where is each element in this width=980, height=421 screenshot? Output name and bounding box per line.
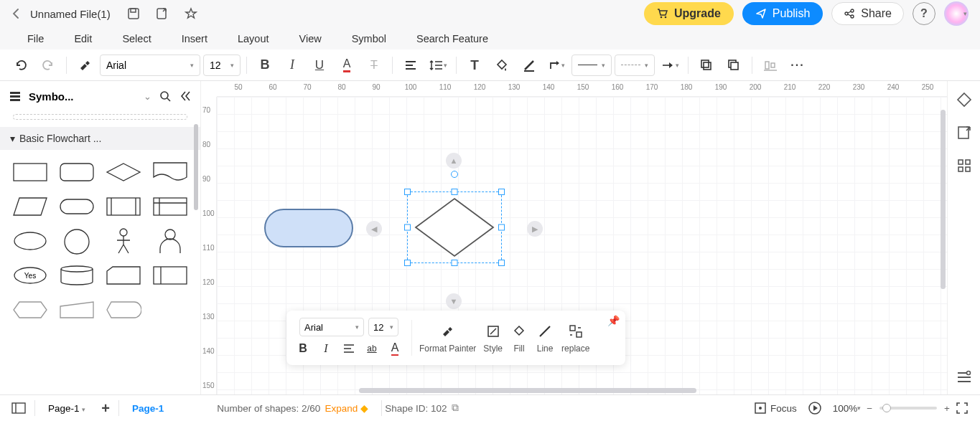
resize-handle-tm[interactable] bbox=[452, 189, 458, 195]
undo-button[interactable] bbox=[9, 53, 33, 77]
redo-button[interactable] bbox=[36, 53, 60, 77]
shape-display[interactable] bbox=[103, 296, 144, 323]
underline-button[interactable]: U bbox=[307, 53, 332, 77]
align-button[interactable] bbox=[398, 53, 423, 77]
mini-font-color-button[interactable]: A bbox=[386, 339, 404, 358]
mini-style-icon[interactable] bbox=[484, 322, 503, 341]
mini-text-case-button[interactable]: ab bbox=[363, 339, 381, 358]
send-back-button[interactable] bbox=[722, 53, 746, 77]
font-color-button[interactable]: A bbox=[335, 53, 359, 77]
shape-circle[interactable] bbox=[57, 227, 98, 255]
menu-search-feature[interactable]: Search Feature bbox=[416, 33, 488, 44]
help-button[interactable]: ? bbox=[913, 2, 935, 25]
shape-decision[interactable] bbox=[103, 159, 144, 186]
canvas-scrollbar-vertical[interactable] bbox=[941, 110, 946, 289]
line-dash-select[interactable]: ▾ bbox=[615, 55, 655, 76]
fill-color-button[interactable] bbox=[490, 53, 514, 77]
expand-button[interactable]: Expand bbox=[325, 403, 358, 414]
zoom-out-button[interactable]: − bbox=[867, 403, 872, 414]
shape-user[interactable] bbox=[149, 227, 190, 255]
format-painter-button[interactable] bbox=[73, 53, 97, 77]
mini-fill-icon[interactable] bbox=[510, 322, 528, 341]
present-button[interactable] bbox=[803, 398, 827, 418]
resize-handle-tr[interactable] bbox=[498, 189, 505, 195]
shape-database[interactable] bbox=[57, 262, 98, 289]
save-icon[interactable] bbox=[123, 4, 144, 24]
selection-box[interactable] bbox=[407, 191, 502, 263]
italic-button[interactable]: I bbox=[280, 53, 304, 77]
resize-handle-br[interactable] bbox=[498, 260, 505, 266]
shape-stored-data[interactable] bbox=[149, 262, 190, 289]
mini-align-button[interactable] bbox=[340, 339, 358, 358]
copy-icon[interactable]: ⧉ bbox=[452, 402, 459, 414]
search-icon[interactable] bbox=[159, 90, 172, 103]
text-tool-button[interactable]: T bbox=[462, 53, 487, 77]
align-objects-button[interactable] bbox=[758, 53, 783, 77]
menu-select[interactable]: Select bbox=[122, 33, 151, 44]
shape-terminator[interactable] bbox=[57, 193, 98, 220]
line-style-select[interactable]: ▾ bbox=[571, 55, 612, 76]
canvas[interactable]: 5060708090100110120130140150160170180190… bbox=[201, 81, 947, 394]
shape-data[interactable] bbox=[10, 193, 51, 220]
quick-connect-down[interactable]: ▼ bbox=[446, 293, 462, 309]
bring-front-button[interactable] bbox=[694, 53, 719, 77]
page-tab-active[interactable]: Page-1 bbox=[122, 403, 174, 414]
menu-insert[interactable]: Insert bbox=[182, 33, 207, 44]
shape-ellipse[interactable] bbox=[10, 227, 51, 255]
pin-button[interactable]: 📌 bbox=[607, 315, 620, 326]
canvas-shape-terminator[interactable] bbox=[264, 209, 353, 247]
shape-actor[interactable] bbox=[103, 227, 144, 255]
theme-icon[interactable] bbox=[954, 90, 974, 110]
star-icon[interactable] bbox=[181, 4, 201, 24]
publish-button[interactable]: Publish bbox=[742, 2, 823, 25]
zoom-slider[interactable] bbox=[879, 407, 937, 410]
quick-connect-up[interactable]: ▲ bbox=[446, 153, 462, 169]
more-button[interactable]: ··· bbox=[785, 53, 810, 77]
bold-button[interactable]: B bbox=[253, 53, 277, 77]
export-panel-icon[interactable] bbox=[954, 123, 974, 143]
shape-document[interactable] bbox=[149, 159, 190, 186]
quick-connect-right[interactable]: ▶ bbox=[527, 221, 543, 237]
file-title[interactable]: Unnamed File(1) bbox=[30, 8, 111, 20]
font-size-select[interactable]: 12▾ bbox=[203, 55, 241, 76]
panel-scrollbar[interactable] bbox=[194, 124, 198, 210]
shape-process[interactable] bbox=[10, 159, 51, 186]
resize-handle-tl[interactable] bbox=[404, 189, 411, 195]
shape-rounded-rect[interactable] bbox=[57, 159, 98, 186]
shape-hexagon[interactable] bbox=[10, 296, 51, 323]
outline-button[interactable] bbox=[6, 398, 32, 418]
mini-size-select[interactable]: 12▾ bbox=[368, 318, 398, 336]
focus-button[interactable]: Focus bbox=[748, 398, 803, 418]
zoom-in-button[interactable]: + bbox=[944, 403, 950, 414]
mini-bold-button[interactable]: B bbox=[294, 339, 312, 358]
settings-list-icon[interactable] bbox=[954, 367, 974, 387]
back-button[interactable] bbox=[6, 3, 27, 24]
menu-layout[interactable]: Layout bbox=[238, 33, 269, 44]
expand-libraries-button[interactable]: ⌄ bbox=[144, 91, 151, 102]
resize-handle-mr[interactable] bbox=[498, 224, 505, 231]
fullscreen-button[interactable] bbox=[950, 398, 974, 418]
user-avatar[interactable]: ▾ bbox=[944, 1, 969, 26]
share-button[interactable]: Share bbox=[831, 2, 904, 25]
resize-handle-ml[interactable] bbox=[404, 224, 411, 231]
zoom-thumb[interactable] bbox=[882, 404, 891, 412]
menu-view[interactable]: View bbox=[299, 33, 322, 44]
mini-replace-icon[interactable] bbox=[566, 322, 585, 341]
quick-connect-left[interactable]: ◀ bbox=[366, 221, 382, 237]
shape-manual-input[interactable] bbox=[57, 296, 98, 323]
line-color-button[interactable] bbox=[517, 53, 541, 77]
menu-file[interactable]: File bbox=[27, 33, 44, 44]
mini-format-painter-icon[interactable] bbox=[439, 322, 457, 341]
export-icon[interactable] bbox=[152, 4, 172, 24]
resize-handle-bl[interactable] bbox=[404, 260, 411, 266]
page-tab-selector[interactable]: Page-1 ▾ bbox=[38, 403, 95, 414]
shape-yes-oval[interactable]: Yes bbox=[10, 262, 51, 289]
add-page-button[interactable]: + bbox=[95, 398, 116, 418]
collapse-panel-button[interactable] bbox=[179, 90, 192, 103]
upgrade-button[interactable]: Upgrade bbox=[644, 2, 734, 25]
menu-symbol[interactable]: Symbol bbox=[352, 33, 386, 44]
shape-card[interactable] bbox=[103, 262, 144, 289]
strikethrough-button[interactable]: T bbox=[362, 53, 386, 77]
line-spacing-button[interactable]: ▾ bbox=[426, 53, 450, 77]
arrow-style-button[interactable]: ▾ bbox=[658, 53, 682, 77]
